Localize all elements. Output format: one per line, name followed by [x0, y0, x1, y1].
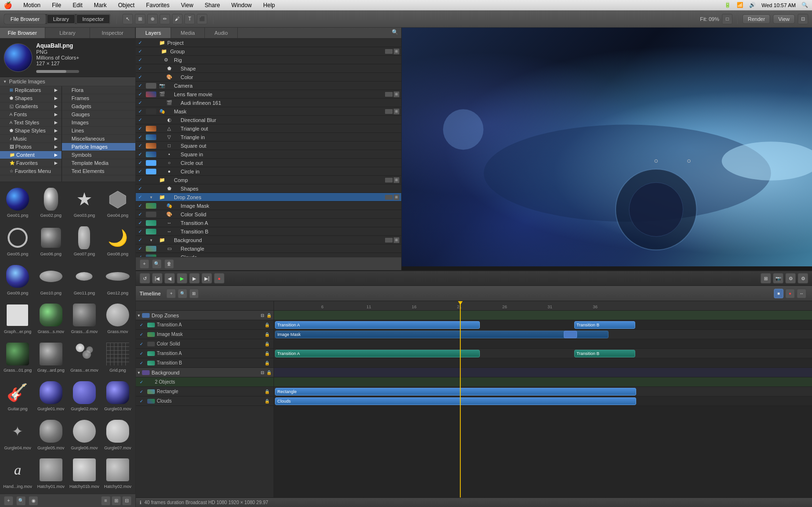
sub-images[interactable]: Images	[62, 119, 135, 127]
tab-inspector-panel[interactable]: Inspector	[90, 28, 135, 38]
tab-file-browser[interactable]: File Browser	[4, 14, 46, 24]
particle-gurgle01[interactable]: Gurgle01.mov	[35, 377, 67, 414]
layer-ctrl2[interactable]: ⊞	[394, 177, 399, 183]
layer-sq-out[interactable]: ✓ □ Square out	[136, 142, 401, 150]
particle-geo03[interactable]: ★ Geo03.png	[69, 184, 101, 221]
particle-gurgle02[interactable]: Gurgle02.mov	[69, 377, 101, 414]
layer-color-solid[interactable]: ✓ 🎨 Color Solid	[136, 210, 401, 219]
grid-view-button[interactable]: ⊞	[112, 496, 121, 506]
layer-ctrl[interactable]	[385, 178, 393, 183]
tl-group-dropzones[interactable]: ▾ Drop Zones ⊟ 🔒	[136, 311, 274, 320]
sub-particle-images[interactable]: Particle Images	[62, 143, 135, 151]
tool-mask[interactable]: ⬛	[197, 14, 207, 24]
layer-rig[interactable]: ✓ ⚙ Rig	[136, 56, 401, 64]
layer-sq-in[interactable]: ✓ ▪ Square in	[136, 150, 401, 159]
search-button[interactable]: 🔍	[16, 496, 26, 506]
sub-gauges[interactable]: Gauges	[62, 111, 135, 119]
particle-grass-er[interactable]: Grass...er.mov	[69, 339, 101, 375]
group-expand-icon[interactable]: ⊟	[261, 370, 264, 375]
menu-help[interactable]: Help	[261, 2, 277, 9]
lib-item-favorites-menu[interactable]: ☆ Favorites Menu	[0, 167, 61, 175]
layer-transition-b[interactable]: ✓ ↔ Transition B	[136, 227, 401, 236]
view-button[interactable]: View	[773, 14, 795, 24]
particle-gray[interactable]: Gray...ard.png	[35, 339, 67, 375]
tl-link-btn[interactable]: ↔	[797, 289, 806, 298]
layer-ctrl[interactable]	[385, 49, 393, 54]
tl-block-extra[interactable]	[564, 331, 577, 338]
menu-edit[interactable]: Edit	[71, 2, 84, 9]
particle-images-header[interactable]: ▾ Particle Images	[0, 77, 135, 86]
particle-geo02[interactable]: Geo02.png	[35, 184, 67, 221]
layer-check[interactable]: ✓	[136, 39, 144, 47]
expand-timeline-icon[interactable]: ⊞	[761, 273, 771, 284]
layers-search-icon[interactable]: 🔍	[389, 28, 401, 38]
tl-row-transition-a2[interactable]: Transition A Transition B	[274, 349, 812, 358]
tab-layers[interactable]: Layers	[136, 28, 171, 38]
tl-track-transition-a2[interactable]: ✓ Transition A 🔒	[136, 349, 274, 358]
menu-object[interactable]: Object	[116, 2, 137, 9]
layer-ctrl2[interactable]: ⊞	[394, 237, 399, 243]
layer-ctrl[interactable]	[385, 109, 393, 114]
track-lock[interactable]: 🔒	[264, 361, 270, 365]
go-end-button[interactable]: ▶|	[202, 273, 212, 284]
layer-ctrl[interactable]	[385, 92, 393, 97]
layer-drop-zones[interactable]: ✓ ▾ 📁 Drop Zones ⊞	[136, 193, 401, 202]
search-icon[interactable]: 🔍	[802, 2, 808, 8]
lib-item-shape-styles[interactable]: ⬟ Shape Styles ▶	[0, 127, 61, 135]
tl-row-color-solid[interactable]	[274, 339, 812, 349]
lib-item-replicators[interactable]: ⊞ Replicators ▶	[0, 86, 61, 94]
tl-row-transition-a[interactable]: Transition A Transition B	[274, 320, 812, 330]
layer-ctrl[interactable]	[385, 238, 393, 243]
tab-library-panel[interactable]: Library	[45, 28, 91, 38]
large-grid-button[interactable]: ⊟	[122, 496, 132, 506]
apple-menu[interactable]: 🍎	[4, 1, 12, 9]
particle-geo11[interactable]: Geo11.png	[69, 262, 101, 298]
loop-button[interactable]: ↺	[140, 273, 150, 284]
tool-select[interactable]: ↖	[122, 14, 133, 24]
particle-geo08[interactable]: 🌙 Geo08.png	[102, 223, 133, 259]
layer-project[interactable]: ✓ 📁 Project	[136, 39, 401, 47]
filters-icon[interactable]: ⚙	[798, 273, 808, 284]
particle-guitar[interactable]: 🎸 Guitar.png	[2, 377, 33, 414]
sub-frames[interactable]: Frames	[62, 94, 135, 102]
layer-camera[interactable]: ✓ 📷 Camera	[136, 81, 401, 90]
sub-text-elements[interactable]: Text Elements	[62, 167, 135, 175]
layer-ctrl2[interactable]: ⊞	[394, 91, 399, 97]
tl-search-button[interactable]: 🔍	[178, 289, 187, 298]
tab-library[interactable]: Library	[47, 14, 75, 24]
particle-handing[interactable]: a Hand...ing.mov	[2, 455, 33, 492]
layer-transition-a[interactable]: ✓ ↔ Transition A	[136, 219, 401, 227]
layer-comp[interactable]: ✓ 📁 Comp ⊞	[136, 176, 401, 184]
lib-item-photos[interactable]: 🖼 Photos ▶	[0, 143, 61, 151]
layer-dir-blur[interactable]: ✓ ◐ Directional Blur	[136, 116, 401, 124]
layer-group[interactable]: ✓ 📁 Group ⊞	[136, 47, 401, 56]
tl-block-transition-b-right[interactable]: Transition B	[574, 321, 635, 329]
tl-active-btn[interactable]: ■	[774, 289, 783, 298]
layer-lens-flare[interactable]: ✓ 🎬 Lens flare movie ⊞	[136, 90, 401, 99]
tl-track-image-mask[interactable]: ✓ Image Mask 🔒	[136, 330, 274, 339]
group-lock-icon[interactable]: 🔒	[266, 370, 272, 375]
particle-grass-s[interactable]: Grass...s.mov	[35, 300, 67, 337]
menu-window[interactable]: Window	[230, 2, 254, 9]
tl-record-btn[interactable]: ●	[785, 289, 795, 298]
track-lock[interactable]: 🔒	[264, 342, 270, 346]
tab-file-browser-panel[interactable]: File Browser	[0, 28, 45, 38]
layer-tri-in[interactable]: ✓ ▽ Triangle in	[136, 133, 401, 142]
particle-gurgle04[interactable]: ✦ Gurgle04.mov	[2, 416, 33, 453]
tl-block-image-mask[interactable]: Image Mask	[275, 331, 609, 338]
layer-mask[interactable]: ✓ 🎭 Mask ⊞	[136, 107, 401, 116]
step-forward-button[interactable]: ▶	[189, 273, 200, 284]
tab-inspector[interactable]: Inspector	[76, 14, 110, 24]
add-button[interactable]: +	[4, 496, 13, 506]
tab-audio[interactable]: Audio	[205, 28, 238, 38]
zoom-display[interactable]: □	[722, 14, 732, 24]
track-lock[interactable]: 🔒	[264, 399, 270, 404]
layer-audi[interactable]: ✓ 🎬 Audi infineon 161	[136, 99, 401, 107]
lib-item-favorites[interactable]: ⭐ Favorites ▶	[0, 159, 61, 167]
camera-record-icon[interactable]: 📷	[773, 273, 783, 284]
tl-add-button[interactable]: +	[166, 289, 176, 298]
tl-block-transition-b2[interactable]: Transition B	[574, 350, 635, 357]
layer-circ-out[interactable]: ✓ ○ Circle out	[136, 159, 401, 167]
particle-hatchy01[interactable]: Hatchy01.mov	[35, 455, 67, 492]
layer-shapes[interactable]: ✓ ⬟ Shapes	[136, 184, 401, 193]
